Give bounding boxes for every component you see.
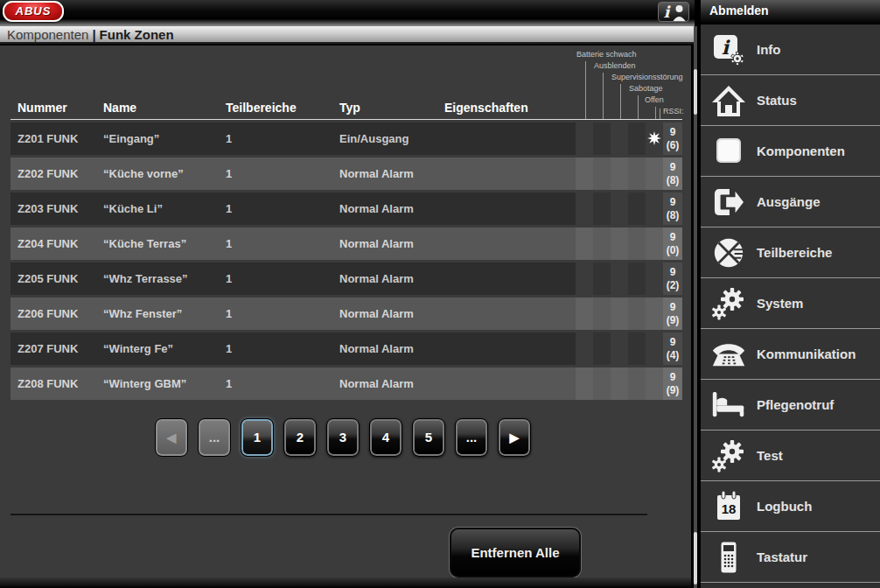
- sidebar-item-tastatur[interactable]: Tastatur: [701, 532, 880, 583]
- rssi-detail: (0): [663, 244, 682, 257]
- cell-name: “Küche Li”: [103, 192, 163, 225]
- scrollbar-thumb[interactable]: [694, 532, 697, 584]
- status-cell: [628, 192, 646, 225]
- sidebar-item-label: Pflegenotruf: [757, 397, 834, 412]
- status-cell: [628, 368, 646, 400]
- sidebar-item-label: Test: [757, 448, 783, 463]
- sidebar-item-logbuch[interactable]: 18 Logbuch: [701, 481, 880, 532]
- sidebar-item-teilbereiche[interactable]: Teilbereiche: [701, 228, 880, 278]
- ellipsis-button[interactable]: ...: [455, 418, 488, 457]
- status-cell: [646, 192, 663, 225]
- rssi-detail: (6): [663, 139, 682, 152]
- status-cell: [628, 262, 646, 295]
- table-row: Z204 FUNK “Küche Terras” 1 Normal Alarm …: [10, 228, 682, 260]
- prev-page-button[interactable]: ◀: [155, 418, 188, 457]
- status-cell: [646, 298, 663, 330]
- cell-nummer: Z203 FUNK: [17, 192, 78, 225]
- rssi-value: 9: [663, 196, 682, 209]
- bottom-strip: [0, 578, 691, 588]
- svg-text:18: 18: [722, 501, 737, 516]
- status-cell: [611, 192, 628, 225]
- page-4-button[interactable]: 4: [369, 418, 402, 457]
- next-page-button[interactable]: ▶: [498, 418, 531, 457]
- rssi-cell: 9 (9): [663, 368, 682, 400]
- breadcrumb: Komponenten|Funk Zonen: [0, 26, 695, 44]
- sidebar-item-info[interactable]: i Info: [701, 24, 880, 75]
- page-1-button[interactable]: 1: [241, 418, 274, 457]
- rssi-detail: (8): [663, 174, 682, 187]
- col-header-eigenschaften: Eigenschaften: [444, 101, 528, 115]
- sidebar-item-komponenten[interactable]: Komponenten: [701, 126, 880, 177]
- status-cell: [576, 158, 593, 190]
- status-cell: [611, 298, 628, 330]
- col-header-name: Name: [103, 101, 136, 115]
- table-header-divider: [10, 119, 682, 120]
- status-cell: [576, 262, 593, 295]
- scrollbar-track[interactable]: [694, 26, 697, 588]
- info-gear-icon: i: [708, 33, 750, 66]
- scrollbar-thumb[interactable]: [694, 69, 697, 115]
- sidebar-item-pflegenotruf[interactable]: Pflegenotruf: [701, 380, 880, 430]
- rssi-value: 9: [663, 161, 682, 174]
- logout-button[interactable]: Abmelden: [701, 0, 880, 24]
- pagination: ◀ ... 1 2 3 4 5 ... ▶: [155, 418, 531, 457]
- star-icon: [647, 131, 661, 145]
- keypad-icon: [708, 541, 750, 574]
- cell-nummer: Z207 FUNK: [17, 332, 78, 365]
- output-arrow-icon: [708, 187, 750, 217]
- status-cell: [611, 332, 628, 365]
- page-3-button[interactable]: 3: [326, 418, 360, 457]
- cell-typ: Normal Alarm: [339, 262, 414, 295]
- bed-icon: [708, 390, 750, 419]
- calendar-icon: 18: [708, 490, 750, 523]
- cell-name: “Winterg GBM”: [103, 368, 186, 400]
- status-cell: [576, 332, 593, 365]
- cell-teilbereiche: 1: [226, 332, 232, 365]
- status-cell: [611, 122, 628, 155]
- top-bar: [0, 0, 695, 19]
- sidebar-item-status[interactable]: Status: [701, 75, 880, 126]
- info-user-icon[interactable]: i: [658, 2, 689, 22]
- col-header-nummer: Nummer: [17, 101, 67, 115]
- rssi-detail: (4): [663, 349, 682, 362]
- rssi-value: 9: [663, 301, 682, 314]
- sidebar-item-ausgaenge[interactable]: Ausgänge: [701, 177, 880, 228]
- table-row: Z201 FUNK “Eingang” 1 Ein/Ausgang 9 (6): [10, 122, 682, 155]
- status-cell: [593, 158, 611, 190]
- rssi-cell: 9 (8): [663, 158, 682, 190]
- ellipsis-button[interactable]: ...: [198, 418, 231, 457]
- table-header: Nummer Name Teilbereiche Typ Eigenschaft…: [10, 98, 682, 119]
- status-cell: [646, 228, 663, 260]
- abus-logo: ABUS: [3, 1, 64, 22]
- sidebar-item-label: System: [757, 296, 803, 311]
- cell-typ: Normal Alarm: [339, 192, 414, 225]
- status-col-label: Supervisionsstörung: [611, 73, 683, 81]
- page-5-button[interactable]: 5: [412, 418, 445, 457]
- phone-icon: [708, 340, 750, 368]
- page-2-button[interactable]: 2: [283, 418, 317, 457]
- cell-nummer: Z205 FUNK: [17, 262, 78, 295]
- sidebar-item-test[interactable]: Test: [701, 430, 880, 481]
- table-row: Z207 FUNK “Winterg Fe” 1 Normal Alarm 9 …: [10, 332, 682, 365]
- gears-icon: [708, 286, 750, 321]
- status-cell: [593, 122, 611, 155]
- right-arrow-icon: ▶: [510, 430, 520, 444]
- cell-name: “Küche vorne”: [103, 158, 184, 190]
- rssi-value: 9: [663, 266, 682, 279]
- sidebar-item-system[interactable]: System: [701, 278, 880, 329]
- sidebar-item-label: Ausgänge: [757, 194, 821, 209]
- info-user-icon-glyph: i: [659, 3, 688, 21]
- rssi-value: 9: [663, 336, 682, 349]
- cell-nummer: Z206 FUNK: [17, 298, 78, 330]
- cell-name: “Whz Fenster”: [103, 298, 182, 330]
- sidebar-item-kommunikation[interactable]: Kommunikation: [701, 329, 880, 380]
- status-cell: [593, 228, 611, 260]
- cell-nummer: Z202 FUNK: [17, 158, 78, 190]
- sidebar-item-label: Status: [757, 93, 797, 108]
- status-cell: [593, 192, 611, 225]
- status-cell: [628, 298, 646, 330]
- remove-all-button[interactable]: Entfernen Alle: [450, 528, 581, 578]
- status-cell: [646, 262, 663, 295]
- table-row: Z208 FUNK “Winterg GBM” 1 Normal Alarm 9…: [10, 368, 682, 400]
- sidebar: Abmelden i: [698, 0, 880, 588]
